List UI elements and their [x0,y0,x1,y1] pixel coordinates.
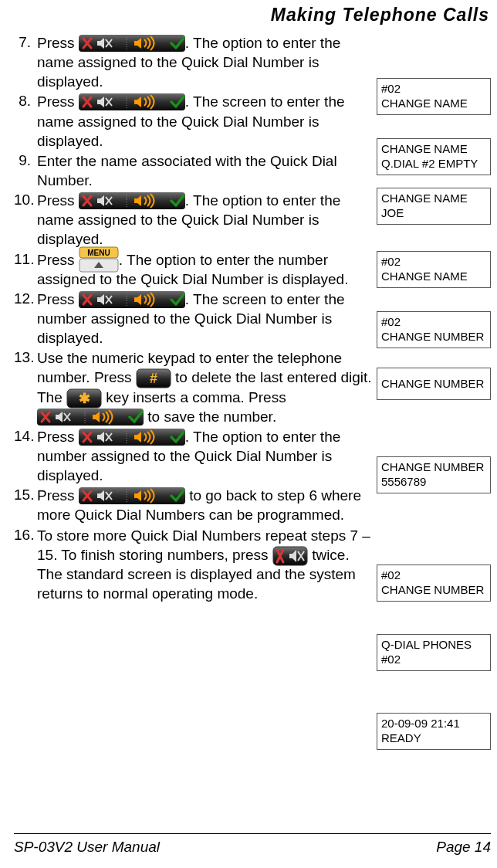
volume-bar-icon [79,291,185,308]
step-item: 11.Press MENU . The option to enter the … [14,250,372,289]
step-body: Press . The screen to enter the number a… [37,290,372,348]
footer-right: Page 14 [436,839,491,856]
svg-rect-0 [79,35,185,52]
step-item: 15.Press to go back to step 6 where more… [14,486,372,524]
footer-divider [14,833,491,834]
phone-screen-box: CHANGE NUMBER 5556789 [377,456,491,493]
svg-text:✱: ✱ [79,391,90,406]
step-item: 10.Press . The option to enter the name … [14,191,372,249]
step-number: 7. [14,33,37,52]
step-body: Press to go back to step 6 where more Qu… [37,486,372,524]
step-body: Press . The option to enter the name ass… [37,33,372,91]
screens-column: #02 CHANGE NAMECHANGE NAME Q.DIAL #2 EMP… [377,33,491,604]
step-number: 15. [14,486,37,504]
volume-bar-icon [79,429,185,446]
svg-text:#: # [150,371,157,386]
volume-bar-icon [79,487,185,504]
step-body: Use the numeric keypad to enter the tele… [37,348,372,426]
phone-screen-box: #02 CHANGE NAME [377,251,491,288]
step-item: 16.To store more Quick Dial Numbers repe… [14,526,372,604]
menu-button-icon: MENU [79,246,119,271]
svg-rect-27 [79,429,185,446]
step-item: 8.Press . The screen to enter the name a… [14,92,372,150]
step-number: 9. [14,151,37,170]
phone-screen-box: #02 CHANGE NUMBER [377,565,491,602]
step-number: 10. [14,191,37,209]
star-key-icon: ✱ [66,388,102,407]
step-text: Enter the name associated with the Quick… [37,153,337,188]
phone-screen-box: 20-09-09 21:41 READY [377,713,491,750]
svg-rect-31 [79,487,185,504]
step-text: to save the number. [144,409,276,425]
step-body: Press . The option to enter the number a… [37,427,372,485]
step-text: Press [37,93,79,110]
step-text: Press [37,251,79,267]
step-item: 12.Press . The screen to enter the numbe… [14,290,372,348]
hash-key-icon: # [136,368,171,387]
step-text: Press [37,192,79,209]
phone-screen-box: Q-DIAL PHONES #02 [377,634,491,671]
step-body: Press . The screen to enter the name ass… [37,92,372,150]
step-number: 16. [14,526,37,544]
phone-screen-box: #02 CHANGE NAME [377,78,491,115]
phone-screen-box: CHANGE NUMBER [377,368,491,400]
phone-screen-box: #02 CHANGE NUMBER [377,311,491,348]
step-text: Press [37,429,79,445]
volume-bar-icon [79,35,185,52]
step-body: Press MENU . The option to enter the num… [37,250,372,289]
phone-screen-box: CHANGE NAME JOE [377,188,491,225]
step-number: 12. [14,290,37,308]
phone-screen-box: CHANGE NAME Q.DIAL #2 EMPTY [377,138,491,175]
step-text: Press [37,291,79,307]
volume-bar-icon [79,93,185,110]
footer-left: SP-03V2 User Manual [14,839,160,856]
svg-rect-23 [37,409,144,426]
svg-rect-15 [79,291,185,308]
step-item: 14.Press . The option to enter the numbe… [14,427,372,485]
svg-text:MENU: MENU [87,249,110,257]
svg-rect-8 [79,192,185,209]
step-number: 14. [14,427,37,446]
volume-bar-icon [79,192,185,209]
step-item: 9.Enter the name associated with the Qui… [14,151,372,190]
step-item: 7.Press . The option to enter the name a… [14,33,372,91]
step-text: Press [37,35,79,51]
steps-list: 7.Press . The option to enter the name a… [14,33,372,603]
step-text: Press [37,487,79,504]
step-number: 11. [14,250,37,269]
step-body: To store more Quick Dial Numbers repeat … [37,526,372,604]
svg-rect-4 [79,93,185,110]
step-number: 8. [14,92,37,110]
volume-bar-icon [37,409,144,426]
step-body: Press . The option to enter the name ass… [37,191,372,249]
step-body: Enter the name associated with the Quick… [37,151,372,190]
step-number: 13. [14,348,37,367]
step-text: key inserts a comma. Press [102,388,286,405]
page-header: Making Telephone Calls [14,5,491,25]
step-item: 13.Use the numeric keypad to enter the t… [14,348,372,426]
mute-key-icon [272,546,308,565]
